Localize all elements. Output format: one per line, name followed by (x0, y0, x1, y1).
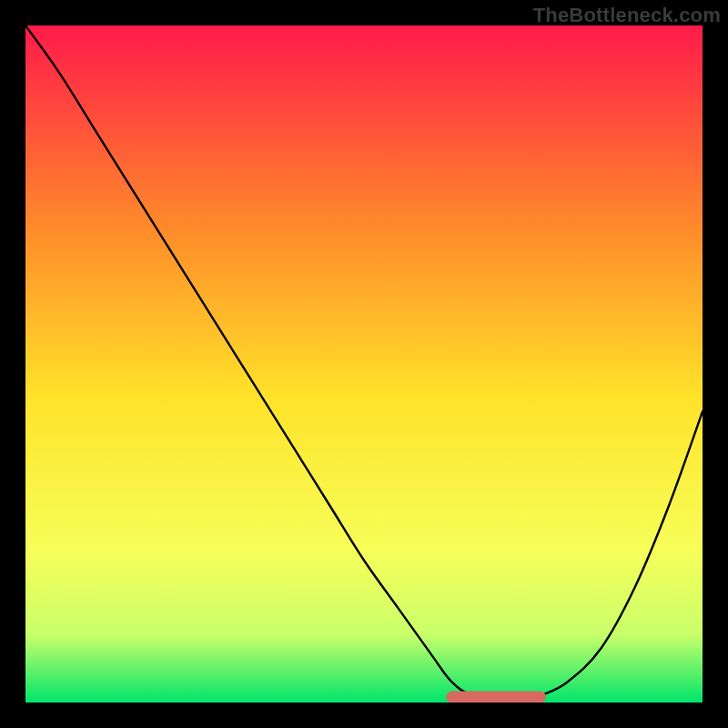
bottleneck-chart-svg (25, 25, 703, 703)
watermark-text: TheBottleneck.com (533, 4, 721, 27)
heatmap-gradient-background (25, 25, 703, 703)
plot-area (25, 25, 703, 703)
chart-frame: TheBottleneck.com (0, 0, 728, 728)
